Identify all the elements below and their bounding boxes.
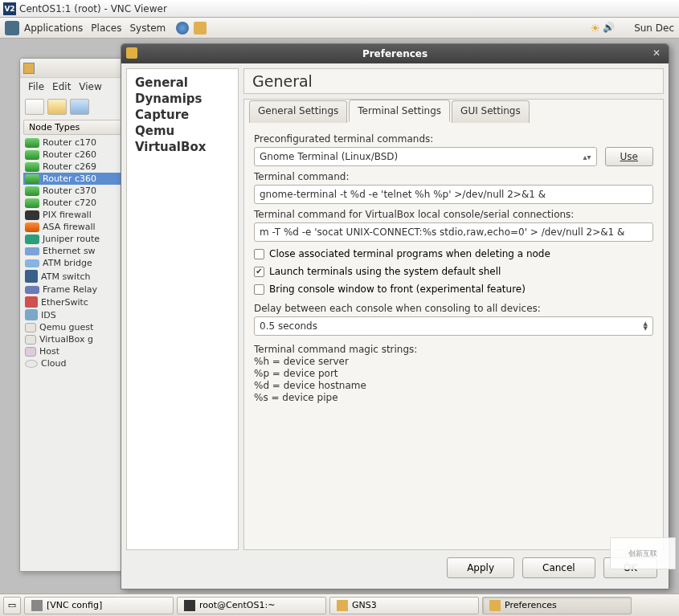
preferences-dialog: Preferences ✕ GeneralDynamipsCaptureQemu… — [121, 43, 669, 589]
node-row-cloud[interactable]: Cloud — [23, 357, 136, 369]
node-label: EtherSwitc — [41, 297, 88, 308]
node-icon — [25, 259, 39, 267]
node-row-virtualbox-g[interactable]: VirtualBox g — [23, 333, 136, 345]
node-row-atm-switch[interactable]: ATM switch — [23, 269, 136, 284]
node-label: Qemu guest — [39, 322, 93, 332]
tb-new-icon[interactable] — [25, 99, 44, 115]
node-row-etherswitc[interactable]: EtherSwitc — [23, 296, 136, 308]
node-row-juniper-route[interactable]: Juniper route — [23, 233, 136, 245]
show-desktop-icon[interactable]: ▭ — [3, 597, 21, 614]
spin-arrows-icon[interactable]: ▲▼ — [644, 321, 648, 331]
vnc-titlebar: V2 CentOS1:1 (root) - VNC Viewer — [0, 0, 679, 18]
vnc-logo-icon: V2 — [3, 2, 16, 15]
task-icon — [337, 600, 348, 611]
mail-icon[interactable] — [194, 22, 207, 35]
volume-icon[interactable]: 🔊 — [603, 22, 616, 35]
magic-d: %d = device hostname — [254, 380, 653, 391]
node-icon — [25, 138, 39, 148]
terminal-command-label: Terminal command: — [254, 171, 653, 182]
magic-p: %p = device port — [254, 368, 653, 379]
task-gns3[interactable]: GNS3 — [329, 597, 479, 614]
node-icon — [25, 335, 36, 345]
node-label: PIX firewall — [43, 210, 92, 220]
node-label: ATM switch — [41, 271, 91, 282]
task-label: Preferences — [505, 600, 557, 610]
tab-gui-settings[interactable]: GUI Settings — [452, 100, 530, 123]
node-row-router-c370[interactable]: Router c370 — [23, 185, 136, 197]
gnome-panel: Applications Places System ☀ 🔊 Sun Dec — [0, 18, 679, 39]
node-label: Host — [39, 346, 59, 357]
delay-spinbox[interactable]: 0.5 seconds ▲▼ — [254, 316, 653, 336]
close-icon[interactable]: ✕ — [652, 47, 664, 59]
vb-command-input[interactable] — [254, 222, 653, 242]
task-icon — [31, 600, 43, 611]
preferences-titlebar[interactable]: Preferences ✕ — [121, 44, 669, 63]
node-label: ATM bridge — [43, 258, 92, 268]
preconf-label: Preconfigurated terminal commands: — [254, 133, 653, 145]
node-label: Router c260 — [43, 149, 96, 160]
task--vnc-config-[interactable]: [VNC config] — [24, 597, 174, 614]
node-row-atm-bridge[interactable]: ATM bridge — [23, 257, 136, 269]
category-qemu[interactable]: Qemu — [135, 124, 230, 138]
node-label: IDS — [41, 310, 56, 320]
node-label: Juniper route — [43, 234, 100, 244]
node-label: Router c720 — [43, 198, 96, 208]
node-row-router-c170[interactable]: Router c170 — [23, 137, 136, 149]
browser-icon[interactable] — [176, 22, 189, 35]
terminal-command-input[interactable] — [254, 185, 653, 204]
node-icon — [25, 210, 39, 220]
clock[interactable]: Sun Dec — [634, 22, 674, 34]
task-root-centos1-[interactable]: root@CentOS1:~ — [177, 597, 326, 614]
settings-tabs[interactable]: General SettingsTerminal SettingsGUI Set… — [249, 100, 531, 122]
node-row-router-c360[interactable]: Router c360 — [23, 173, 136, 185]
menu-places[interactable]: Places — [91, 22, 121, 34]
close-assoc-checkbox[interactable] — [254, 249, 264, 259]
terminal-preset-combo[interactable]: Gnome Terminal (Linux/BSD) ▴▾ — [254, 147, 597, 166]
tab-general-settings[interactable]: General Settings — [249, 100, 347, 123]
menu-edit[interactable]: Edit — [52, 81, 71, 92]
tb-save-icon[interactable] — [70, 99, 89, 115]
tb-open-icon[interactable] — [47, 99, 67, 115]
apply-button[interactable]: Apply — [447, 557, 514, 578]
tab-terminal-settings[interactable]: Terminal Settings — [349, 100, 450, 122]
node-row-frame-relay[interactable]: Frame Relay — [23, 284, 136, 296]
chevron-updown-icon: ▴▾ — [583, 153, 591, 161]
settings-tabbox: General SettingsTerminal SettingsGUI Set… — [243, 99, 664, 550]
menu-system[interactable]: System — [129, 22, 166, 34]
cancel-button[interactable]: Cancel — [522, 557, 595, 578]
bring-front-checkbox[interactable] — [254, 284, 264, 295]
task-preferences[interactable]: Preferences — [482, 597, 632, 614]
use-button[interactable]: Use — [605, 147, 653, 166]
node-row-pix-firewall[interactable]: PIX firewall — [23, 209, 136, 221]
gnome-taskbar: ▭ [VNC config]root@CentOS1:~GNS3Preferen… — [0, 594, 679, 616]
node-label: Router c370 — [43, 186, 96, 196]
category-list[interactable]: GeneralDynamipsCaptureQemuVirtualBox — [126, 68, 239, 550]
task-label: GNS3 — [352, 600, 377, 610]
node-row-router-c269[interactable]: Router c269 — [23, 161, 136, 173]
launch-shell-checkbox[interactable] — [254, 267, 264, 277]
category-virtualbox[interactable]: VirtualBox — [135, 140, 230, 154]
weather-icon[interactable]: ☀ — [591, 22, 601, 35]
category-capture[interactable]: Capture — [135, 108, 230, 122]
node-row-asa-firewall[interactable]: ASA firewall — [23, 221, 136, 233]
magic-s: %s = device pipe — [254, 392, 653, 403]
node-row-ids[interactable]: IDS — [23, 308, 136, 321]
node-icon — [25, 235, 39, 244]
node-icon — [25, 198, 39, 208]
node-row-router-c720[interactable]: Router c720 — [23, 197, 136, 209]
node-label: ASA firewall — [43, 222, 96, 232]
category-dynamips[interactable]: Dynamips — [135, 92, 230, 106]
node-row-host[interactable]: Host — [23, 345, 136, 357]
prefs-title-text: Preferences — [362, 48, 427, 59]
node-row-ethernet-sw[interactable]: Ethernet sw — [23, 245, 136, 257]
category-general[interactable]: General — [135, 75, 230, 90]
menu-view[interactable]: View — [79, 81, 101, 92]
node-row-qemu-guest[interactable]: Qemu guest — [23, 321, 136, 333]
node-types-list[interactable]: Router c170Router c260Router c269Router … — [23, 137, 136, 369]
menu-applications[interactable]: Applications — [24, 22, 83, 34]
node-types-header: Node Types — [23, 120, 136, 135]
node-row-router-c260[interactable]: Router c260 — [23, 149, 136, 161]
node-icon — [25, 174, 39, 184]
gnome-foot-icon[interactable] — [5, 21, 19, 35]
menu-file[interactable]: File — [28, 81, 44, 92]
